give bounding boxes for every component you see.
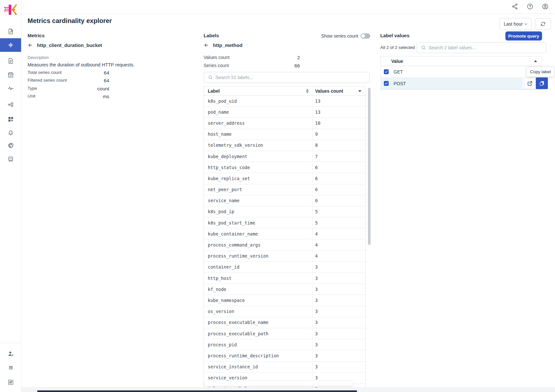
copy-label-button[interactable] <box>536 77 548 89</box>
label-row[interactable]: pod_name 13 <box>204 107 365 118</box>
divider <box>414 42 414 53</box>
label-row[interactable]: host_name 9 <box>204 129 365 140</box>
grafana-icon <box>7 142 14 149</box>
bell-icon <box>7 129 14 136</box>
label-row[interactable]: service_name 6 <box>204 195 365 206</box>
promote-query-button[interactable]: Promote query <box>505 31 542 40</box>
label-field-row: Series count 66 <box>204 63 300 68</box>
sidebar-item-config[interactable] <box>0 376 21 389</box>
field-value: 66 <box>294 63 300 68</box>
sidebar-item-grafana[interactable] <box>0 139 21 152</box>
label-value-row-hovered[interactable]: POST <box>381 78 542 89</box>
label-row[interactable]: kube_namespace 3 <box>204 295 365 306</box>
refresh-button[interactable] <box>535 18 551 30</box>
label-name-cell: kf_node <box>204 284 312 294</box>
labels-section-title: Labels <box>204 33 219 38</box>
value-cell: GET <box>391 69 403 75</box>
topbar <box>21 0 555 14</box>
checkbox-checked[interactable] <box>384 69 389 74</box>
check-icon <box>384 82 388 85</box>
back-arrow-icon[interactable] <box>28 42 33 48</box>
sidebar-item-fleet[interactable] <box>0 152 21 165</box>
values-count-column-header[interactable]: Values count <box>312 87 365 95</box>
show-series-count-toggle[interactable] <box>360 33 370 39</box>
selection-summary: All 2 of 2 selected <box>380 45 415 50</box>
label-name-cell: process_executable_name <box>204 317 312 328</box>
labels-table-scrollbar[interactable] <box>368 88 371 245</box>
label-count-cell: 6 <box>312 173 365 184</box>
kloudfuse-logo[interactable] <box>4 3 18 17</box>
metric-field-row: Type count <box>28 86 109 91</box>
label-row[interactable]: k8s_pod_start_time 5 <box>204 217 365 228</box>
sidebar-item-service-map[interactable] <box>0 98 21 111</box>
account-button[interactable] <box>542 3 549 11</box>
external-link-icon <box>527 80 533 86</box>
sidebar-item-cardinality-explorer[interactable] <box>0 38 21 52</box>
sidebar-item-events[interactable] <box>0 68 21 81</box>
label-count-cell: 10 <box>312 118 365 128</box>
label-name-cell: process_executable_path <box>204 328 312 339</box>
sort-asc-icon <box>534 60 537 62</box>
label-name-cell: service_instance_id <box>204 362 312 372</box>
sidebar-item-metrics-explorer[interactable] <box>0 25 21 38</box>
label-row[interactable]: process_runtime_description 3 <box>204 350 365 361</box>
labels-table-horizontal-scrollbar[interactable] <box>204 381 353 386</box>
label-row[interactable]: k8s_pod_uid 13 <box>204 96 365 107</box>
label-count-cell: 3 <box>312 328 365 339</box>
value-column-header[interactable]: Value <box>391 59 403 64</box>
label-row[interactable]: process_runtime_version 4 <box>204 251 365 262</box>
labels-search-input[interactable] <box>216 72 369 83</box>
label-row[interactable]: net_peer_port 6 <box>204 184 365 195</box>
select-all-cell[interactable] <box>381 56 391 66</box>
label-row[interactable]: http_status_code 6 <box>204 162 365 173</box>
label-row[interactable]: kube_deployment 7 <box>204 151 365 162</box>
sort-icon <box>306 89 309 93</box>
label-count-cell: 13 <box>312 96 365 106</box>
label-row[interactable]: http_host 3 <box>204 273 365 284</box>
metric-name: http_client_duration_bucket <box>37 42 102 48</box>
label-count-cell: 9 <box>312 129 365 140</box>
sidebar-item-dashboards[interactable] <box>0 113 21 126</box>
label-row[interactable]: kube_container_name 4 <box>204 228 365 239</box>
help-button[interactable] <box>526 3 534 11</box>
label-row[interactable]: process_executable_name 3 <box>204 317 365 328</box>
sidebar-item-logs[interactable] <box>0 54 21 67</box>
label-row[interactable]: container_id 3 <box>204 262 365 273</box>
label-row[interactable]: process_command_args 4 <box>204 239 365 250</box>
label-row[interactable]: service_instance_id 3 <box>204 362 365 373</box>
sidebar-item-alerts[interactable] <box>0 126 21 139</box>
search-icon <box>421 45 426 50</box>
label-row[interactable]: process_pid 3 <box>204 339 365 350</box>
label-name-cell: net_peer_port <box>204 184 312 195</box>
document-icon <box>7 57 14 64</box>
label-row[interactable]: server_address 10 <box>204 118 365 129</box>
label-row[interactable]: kf_node 3 <box>204 284 365 295</box>
label-value-row[interactable]: GET <box>381 66 542 78</box>
sidebar-item-apm[interactable] <box>0 82 21 95</box>
label-row[interactable]: k8s_pod_ip 5 <box>204 206 365 217</box>
label-count-cell: 3 <box>312 284 365 294</box>
time-range-select[interactable]: Last hour <box>499 18 532 30</box>
label-row[interactable]: telemetry_sdk_version 8 <box>204 140 365 151</box>
label-values-search-input[interactable] <box>429 42 546 53</box>
label-name-cell: http_host <box>204 273 312 283</box>
checkbox-checked[interactable] <box>384 81 389 86</box>
label-row[interactable]: process_executable_path 3 <box>204 328 365 339</box>
sliders-box-icon <box>7 379 14 386</box>
label-row[interactable]: kube_replica_set 6 <box>204 173 365 184</box>
label-count-cell: 3 <box>312 350 365 361</box>
sidebar-item-admin[interactable] <box>0 347 21 360</box>
label-count-cell: 7 <box>312 151 365 162</box>
sidebar-item-kfuse-s[interactable] <box>0 361 21 374</box>
label-count-cell: 8 <box>312 140 365 151</box>
page-title: Metrics cardinality explorer <box>28 17 112 25</box>
label-row[interactable]: os_version 3 <box>204 306 365 317</box>
field-value: 64 <box>104 70 109 75</box>
label-name-cell: kube_replica_set <box>204 173 312 184</box>
open-in-explorer-button[interactable] <box>524 77 536 89</box>
share-button[interactable] <box>511 3 519 11</box>
check-icon <box>384 70 388 74</box>
back-arrow-icon[interactable] <box>204 42 209 48</box>
label-column-header[interactable]: Label <box>204 88 312 94</box>
label-values-section-title: Label values <box>380 33 409 38</box>
